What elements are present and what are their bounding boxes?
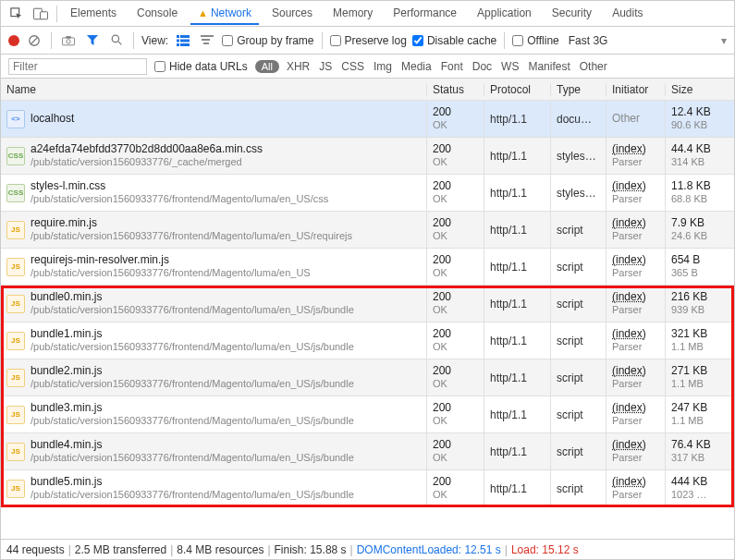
status-resources: 8.4 MB resources: [177, 543, 263, 556]
large-rows-icon[interactable]: [174, 31, 192, 50]
request-name: bundle0.min.js: [31, 290, 354, 304]
filter-type-xhr[interactable]: XHR: [287, 60, 310, 73]
table-row[interactable]: JSrequire.min.js/pub/static/version15609…: [1, 212, 734, 249]
status-code: 200: [433, 364, 451, 378]
request-path: /pub/static/version1560933776/frontend/M…: [31, 193, 328, 206]
record-button[interactable]: [8, 35, 19, 46]
throttling-select[interactable]: Fast 3G: [569, 34, 608, 47]
filter-type-other[interactable]: Other: [580, 60, 607, 73]
table-row[interactable]: JSbundle1.min.js/pub/static/version15609…: [1, 323, 734, 359]
request-name: bundle3.min.js: [31, 401, 354, 415]
initiator-link[interactable]: (index): [612, 438, 646, 452]
filter-row: Hide data URLs All XHRJSCSSImgMediaFontD…: [1, 55, 734, 79]
tab-sources[interactable]: Sources: [264, 3, 320, 25]
tab-console[interactable]: Console: [129, 3, 185, 25]
table-row[interactable]: JSbundle5.min.js/pub/static/version15609…: [1, 470, 734, 507]
svg-line-9: [118, 42, 121, 44]
table-row[interactable]: <>localhost200OKhttp/1.1docu…Other12.4 K…: [1, 101, 734, 138]
col-name[interactable]: Name: [1, 83, 426, 96]
initiator-link[interactable]: (index): [612, 364, 646, 378]
tab-memory[interactable]: Memory: [325, 3, 380, 25]
tab-network[interactable]: ▲Network: [190, 3, 259, 25]
filter-type-img[interactable]: Img: [374, 60, 392, 73]
svg-rect-5: [62, 37, 74, 44]
status-requests: 44 requests: [6, 543, 65, 556]
table-row[interactable]: JSbundle4.min.js/pub/static/version15609…: [1, 433, 734, 470]
request-name: requirejs-min-resolver.min.js: [31, 253, 311, 267]
request-path: /pub/static/version1560933776/frontend/M…: [31, 230, 352, 243]
filter-type-doc[interactable]: Doc: [472, 60, 492, 73]
clear-icon[interactable]: [25, 31, 43, 50]
col-size[interactable]: Size: [665, 83, 729, 96]
js-file-icon: JS: [6, 369, 25, 387]
tab-audits[interactable]: Audits: [605, 3, 650, 25]
status-code: 200: [433, 475, 451, 489]
disable-cache-checkbox[interactable]: Disable cache: [412, 34, 496, 47]
tab-performance[interactable]: Performance: [386, 3, 464, 25]
svg-rect-11: [180, 35, 190, 38]
filter-type-media[interactable]: Media: [401, 60, 432, 73]
col-status[interactable]: Status: [426, 83, 484, 96]
tab-elements[interactable]: Elements: [63, 3, 124, 25]
table-row[interactable]: JSbundle0.min.js/pub/static/version15609…: [1, 286, 734, 323]
inspect-icon[interactable]: [6, 4, 27, 24]
size-transferred: 7.9 KB: [671, 216, 707, 230]
offline-checkbox[interactable]: Offline: [512, 34, 558, 47]
table-row[interactable]: JSrequirejs-min-resolver.min.js/pub/stat…: [1, 249, 734, 286]
initiator-link[interactable]: Other: [612, 112, 640, 126]
status-code: 200: [433, 216, 451, 230]
tab-security[interactable]: Security: [545, 3, 599, 25]
chevron-down-icon[interactable]: ▾: [721, 34, 727, 47]
status-finish: Finish: 15.88 s: [275, 543, 347, 556]
table-body: <>localhost200OKhttp/1.1docu…Other12.4 K…: [1, 101, 734, 539]
filter-input[interactable]: [8, 58, 147, 75]
js-file-icon: JS: [6, 332, 25, 350]
col-protocol[interactable]: Protocol: [484, 83, 550, 96]
group-by-frame-checkbox[interactable]: Group by frame: [222, 34, 313, 47]
initiator-link[interactable]: (index): [612, 327, 646, 341]
initiator-link[interactable]: (index): [612, 253, 646, 267]
search-icon[interactable]: [107, 31, 126, 50]
screenshot-icon[interactable]: [59, 31, 78, 50]
table-row[interactable]: JSbundle3.min.js/pub/static/version15609…: [1, 396, 734, 433]
preserve-log-checkbox[interactable]: Preserve log: [330, 34, 407, 47]
waterfall-icon[interactable]: [198, 31, 216, 50]
status-code: 200: [433, 142, 451, 156]
filter-all[interactable]: All: [255, 60, 279, 73]
status-load: Load: 15.12 s: [511, 543, 579, 556]
svg-rect-7: [66, 36, 70, 38]
filter-type-css[interactable]: CSS: [341, 60, 364, 73]
request-path: /pub/static/version1560933776/_cache/mer…: [31, 156, 263, 169]
table-row[interactable]: JSbundle2.min.js/pub/static/version15609…: [1, 359, 734, 396]
svg-line-4: [31, 37, 38, 43]
js-file-icon: JS: [6, 258, 25, 276]
initiator-link[interactable]: (index): [612, 290, 646, 304]
size-transferred: 216 KB: [671, 290, 707, 304]
table-row[interactable]: CSSa24efda74ebfdd3770b2d8dd00aa8e6a.min.…: [1, 138, 734, 175]
filter-icon[interactable]: [83, 31, 102, 50]
size-transferred: 321 KB: [671, 327, 707, 341]
css-file-icon: CSS: [6, 147, 25, 165]
svg-rect-14: [177, 43, 179, 46]
col-type[interactable]: Type: [550, 83, 606, 96]
request-path: /pub/static/version1560933776/frontend/M…: [31, 489, 354, 502]
svg-point-6: [67, 39, 70, 43]
initiator-link[interactable]: (index): [612, 142, 646, 156]
size-transferred: 247 KB: [671, 401, 707, 415]
filter-type-font[interactable]: Font: [441, 60, 463, 73]
table-row[interactable]: CSSstyles-l.min.css/pub/static/version15…: [1, 175, 734, 212]
filter-type-js[interactable]: JS: [319, 60, 332, 73]
filter-type-manifest[interactable]: Manifest: [528, 60, 570, 73]
filter-type-ws[interactable]: WS: [501, 60, 519, 73]
initiator-link[interactable]: (index): [612, 179, 646, 193]
hide-data-urls-checkbox[interactable]: Hide data URLs: [154, 60, 248, 73]
initiator-link[interactable]: (index): [612, 475, 646, 489]
device-icon[interactable]: [31, 4, 51, 24]
initiator-link[interactable]: (index): [612, 216, 646, 230]
tab-application[interactable]: Application: [470, 3, 539, 25]
initiator-link[interactable]: (index): [612, 401, 646, 415]
network-toolbar: View: Group by frame Preserve log Disabl…: [1, 27, 734, 55]
col-initiator[interactable]: Initiator: [606, 83, 665, 96]
status-code: 200: [433, 401, 451, 415]
status-dcl: DOMContentLoaded: 12.51 s: [357, 543, 501, 556]
